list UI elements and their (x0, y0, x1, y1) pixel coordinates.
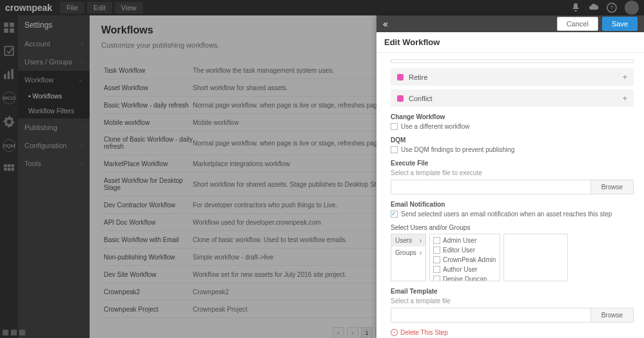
checkbox-icon[interactable] (433, 247, 440, 254)
email-template-hint: Select a template file (391, 297, 634, 305)
step-label: Conflict (409, 95, 433, 102)
tab-groups[interactable]: Groups› (391, 247, 425, 259)
picker-list[interactable]: Admin UserEditor UserCrownPeak AdminAuth… (429, 234, 500, 281)
template-browse-button[interactable]: Browse (591, 308, 634, 323)
dqm-option[interactable]: Use DQM findings to prevent publishing (391, 146, 634, 153)
checkbox-icon[interactable] (433, 276, 440, 281)
step-conflict[interactable]: Conflict + (391, 89, 634, 107)
email-template-label: Email Template (391, 288, 634, 295)
plus-icon[interactable]: + (622, 72, 627, 82)
user-name: Denise Duncan (443, 276, 487, 281)
plus-icon[interactable]: + (622, 93, 627, 103)
delete-step-button[interactable]: − Delete This Step (391, 329, 634, 336)
checkbox-icon[interactable] (391, 123, 398, 130)
picker-tabs: Users› Groups› (391, 234, 426, 281)
tab-label: Users (395, 237, 412, 244)
delete-label: Delete This Step (400, 329, 448, 336)
minus-circle-icon: − (391, 329, 398, 336)
cancel-button[interactable]: Cancel (557, 17, 598, 31)
user-name: Editor User (443, 247, 475, 254)
execute-file-input[interactable] (391, 180, 591, 194)
chevron-right-icon: › (420, 237, 422, 244)
footer-icon[interactable] (3, 330, 8, 335)
save-button[interactable]: Save (602, 17, 638, 31)
user-group-picker: Users› Groups› Admin UserEditor UserCrow… (391, 234, 634, 281)
tab-label: Groups (395, 249, 416, 256)
list-item[interactable]: Author User (431, 265, 498, 274)
step-retire[interactable]: Retire + (391, 68, 634, 86)
list-item[interactable]: Denise Duncan (431, 274, 498, 281)
checkbox-icon[interactable] (391, 146, 398, 153)
list-item[interactable]: CrownPeak Admin (431, 255, 498, 265)
list-item[interactable]: Admin User (431, 236, 498, 245)
step-placeholder (391, 59, 634, 63)
email-notif-label: Email Notification (391, 201, 634, 208)
checkbox-icon[interactable] (433, 256, 440, 263)
back-icon[interactable]: « (383, 19, 388, 29)
email-notif-option[interactable]: Send selected users an email notificatio… (391, 211, 634, 218)
execute-browse-button[interactable]: Browse (591, 180, 634, 194)
drawer-body: Retire + Conflict + Change Workflow Use … (376, 53, 644, 338)
select-users-label: Select Users and/or Groups (391, 224, 634, 231)
change-workflow-option[interactable]: Use a different workflow (391, 123, 634, 130)
execute-file-hint: Select a template file to execute (391, 169, 634, 176)
step-color-icon (397, 74, 404, 80)
user-name: CrownPeak Admin (443, 256, 496, 263)
step-label: Retire (409, 73, 427, 81)
email-template-input[interactable] (391, 308, 591, 323)
picker-selected (503, 234, 568, 281)
footer-icon[interactable] (11, 330, 17, 335)
list-item[interactable]: Editor User (431, 245, 498, 255)
drawer-title: Edit Workflow (376, 32, 644, 53)
option-text: Use DQM findings to prevent publishing (401, 146, 514, 153)
option-text: Use a different workflow (401, 123, 470, 130)
change-workflow-label: Change Workflow (391, 113, 634, 120)
drawer-header: « Cancel Save (376, 15, 644, 32)
chevron-right-icon: › (420, 249, 422, 256)
footer-icon[interactable] (19, 330, 25, 335)
execute-file-label: Execute File (391, 160, 634, 167)
checkbox-icon[interactable] (391, 211, 398, 218)
footer-icons (3, 330, 25, 335)
tab-users[interactable]: Users› (391, 234, 425, 247)
user-name: Author User (443, 266, 477, 273)
user-name: Admin User (443, 237, 476, 244)
dqm-label: DQM (391, 136, 634, 144)
option-text: Send selected users an email notificatio… (401, 211, 612, 218)
edit-workflow-drawer: « Cancel Save Edit Workflow Retire + Con… (376, 15, 644, 338)
checkbox-icon[interactable] (433, 237, 440, 244)
step-color-icon (397, 95, 404, 102)
checkbox-icon[interactable] (433, 266, 440, 273)
